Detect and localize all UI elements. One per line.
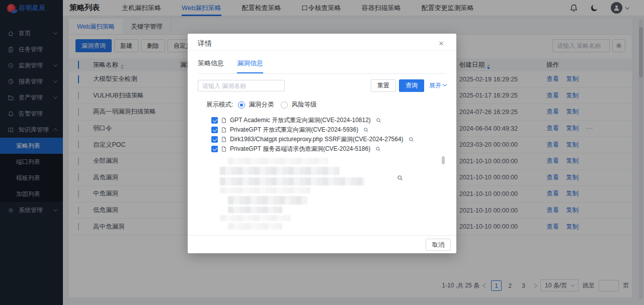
radio-option[interactable]: 风险等级 bbox=[281, 100, 316, 109]
cancel-button[interactable]: 取消 bbox=[426, 239, 451, 251]
redacted-content bbox=[220, 157, 371, 223]
search-icon[interactable] bbox=[375, 146, 381, 152]
vulnerability-item: PrivateGPT 开放式重定向漏洞(CVE-2024-5936) bbox=[211, 125, 456, 135]
expand-toggle[interactable]: 展开 bbox=[429, 81, 446, 90]
vulnerability-name: PrivateGPT 服务器端请求伪造漏洞(CVE-2024-5186) bbox=[230, 145, 370, 153]
vuln-checkbox[interactable] bbox=[211, 136, 218, 143]
search-icon[interactable] bbox=[409, 137, 414, 142]
vulnerability-name: GPT Academic 开放式重定向漏洞(CVE-2024-10812) bbox=[230, 116, 371, 125]
search-icon[interactable] bbox=[376, 118, 381, 123]
query-button[interactable]: 查询 bbox=[399, 79, 424, 92]
modal-title: 详情 bbox=[198, 39, 212, 48]
vulnerability-item: GPT Academic 开放式重定向漏洞(CVE-2024-10812) bbox=[211, 116, 456, 125]
radio-icon bbox=[281, 101, 288, 109]
document-icon bbox=[221, 117, 227, 124]
radio-option[interactable]: 漏洞分类 bbox=[238, 100, 274, 109]
vuln-checkbox[interactable] bbox=[211, 146, 218, 152]
document-icon bbox=[221, 146, 227, 152]
close-icon[interactable]: × bbox=[436, 39, 446, 49]
vuln-checkbox[interactable] bbox=[211, 117, 218, 124]
display-mode-label: 展示模式: bbox=[206, 100, 233, 109]
search-icon bbox=[397, 175, 403, 181]
search-icon[interactable] bbox=[363, 127, 369, 133]
document-icon bbox=[221, 127, 227, 133]
document-icon bbox=[221, 136, 227, 143]
vuln-search-input[interactable] bbox=[198, 80, 285, 91]
vuln-checkbox[interactable] bbox=[211, 127, 218, 133]
modal-tab[interactable]: 策略信息 bbox=[198, 59, 224, 73]
vulnerability-name: PrivateGPT 开放式重定向漏洞(CVE-2024-5936) bbox=[230, 126, 358, 134]
reset-button[interactable]: 重置 bbox=[371, 79, 396, 92]
modal-tab[interactable]: 漏洞信息 bbox=[237, 59, 263, 73]
vulnerability-item: Dirk1983/Chatgpt pictureproxy.php SSRF漏洞… bbox=[211, 135, 456, 144]
vulnerability-name: Dirk1983/Chatgpt pictureproxy.php SSRF漏洞… bbox=[230, 135, 404, 144]
modal-scrollbar-thumb[interactable] bbox=[442, 156, 445, 164]
chevron-down-icon bbox=[443, 82, 447, 86]
vulnerability-item: PrivateGPT 服务器端请求伪造漏洞(CVE-2024-5186) bbox=[211, 144, 456, 154]
detail-modal: 详情 × 策略信息漏洞信息 重置 查询 展开 展示模式: 漏洞分类 风险等级 bbox=[188, 34, 456, 253]
radio-icon bbox=[238, 101, 245, 109]
